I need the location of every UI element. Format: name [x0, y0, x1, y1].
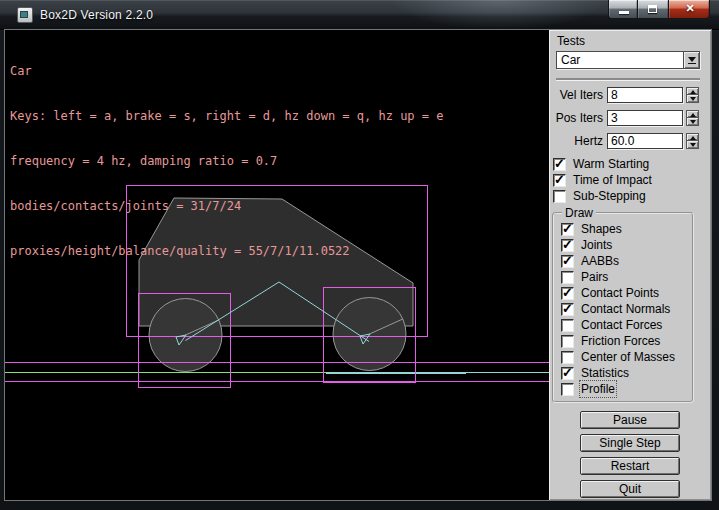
- checkbox-box: ✓: [561, 223, 574, 236]
- triangle-up-icon: [690, 113, 696, 117]
- window-controls: ✕: [608, 0, 710, 19]
- checkbox-box: ✓: [561, 303, 574, 316]
- pos-iters-row: Pos Iters: [551, 110, 711, 126]
- pos-iters-spinner: [686, 110, 699, 126]
- checkbox-label: Statistics: [581, 366, 629, 380]
- checkbox-label: Sub-Stepping: [573, 189, 646, 203]
- draw-group: Draw ✓ Shapes ✓ Joints ✓ AABBs Pairs: [552, 206, 694, 403]
- vel-iters-spinner: [686, 87, 699, 103]
- checkbox-aabbs[interactable]: ✓ AABBs: [561, 253, 692, 269]
- triangle-down-icon: [690, 143, 696, 147]
- checkbox-label: Contact Forces: [581, 318, 662, 332]
- window-icon[interactable]: [17, 7, 33, 23]
- checkbox-label: Contact Points: [581, 286, 659, 300]
- checkbox-label: Friction Forces: [581, 334, 660, 348]
- checkbox-box: [561, 319, 574, 332]
- quit-button[interactable]: Quit: [580, 480, 680, 498]
- single-step-button[interactable]: Single Step: [580, 434, 680, 452]
- triangle-down-icon: [690, 97, 696, 101]
- maximize-button[interactable]: [638, 0, 668, 19]
- hertz-label: Hertz: [551, 134, 603, 148]
- chevron-down-icon: [688, 57, 696, 62]
- checkbox-label: Time of Impact: [573, 173, 652, 187]
- vel-iters-label: Vel Iters: [551, 88, 603, 102]
- window-icon-art: [20, 11, 28, 18]
- button-column: Pause Single Step Restart Quit: [549, 411, 711, 500]
- triangle-up-icon: [690, 90, 696, 94]
- checkmark-icon: ✓: [554, 156, 565, 171]
- vel-iters-spin-up-button[interactable]: [686, 87, 699, 95]
- tests-dropdown-value: Car: [561, 53, 580, 68]
- checkbox-label: Shapes: [581, 222, 622, 236]
- checkbox-box: ✓: [553, 158, 566, 171]
- pos-iters-spin-down-button[interactable]: [686, 118, 699, 126]
- maximize-icon: [648, 5, 657, 13]
- checkbox-label: Contact Normals: [581, 302, 670, 316]
- checkbox-label: Center of Masses: [581, 350, 675, 364]
- triangle-up-icon: [690, 136, 696, 140]
- close-icon: ✕: [669, 2, 711, 15]
- chevron-underline-icon: [688, 63, 696, 64]
- checkmark-icon: ✓: [562, 285, 573, 300]
- checkbox-shapes[interactable]: ✓ Shapes: [561, 221, 692, 237]
- checkbox-joints[interactable]: ✓ Joints: [561, 237, 692, 253]
- checkbox-label: Pairs: [581, 270, 608, 284]
- hertz-spin-up-button[interactable]: [686, 133, 699, 141]
- checkbox-box: [553, 190, 566, 203]
- minimize-button[interactable]: [608, 0, 638, 19]
- pos-iters-input[interactable]: [607, 110, 683, 126]
- pos-iters-spin-up-button[interactable]: [686, 110, 699, 118]
- checkbox-statistics[interactable]: ✓ Statistics: [561, 365, 692, 381]
- checkbox-box: ✓: [553, 174, 566, 187]
- draw-group-label: Draw: [562, 206, 596, 220]
- checkbox-label: Warm Starting: [573, 157, 649, 171]
- checkmark-icon: ✓: [562, 253, 573, 268]
- checkbox-time-of-impact[interactable]: ✓ Time of Impact: [553, 172, 711, 188]
- checkmark-icon: ✓: [562, 301, 573, 316]
- checkmark-icon: ✓: [562, 237, 573, 252]
- checkmark-icon: ✓: [554, 172, 565, 187]
- checkbox-pairs[interactable]: Pairs: [561, 269, 692, 285]
- close-button[interactable]: ✕: [668, 0, 710, 19]
- checkbox-friction-forces[interactable]: Friction Forces: [561, 333, 692, 349]
- hertz-input[interactable]: [607, 133, 683, 149]
- titlebar[interactable]: Box2D Version 2.2.0 ✕: [0, 0, 719, 30]
- minimize-icon: [619, 11, 629, 14]
- stats-line-proxies: proxies/height/balance/quality = 55/7/1/…: [10, 244, 443, 259]
- checkbox-box: [561, 351, 574, 364]
- separator-line: [556, 78, 700, 80]
- checkbox-contact-normals[interactable]: ✓ Contact Normals: [561, 301, 692, 317]
- checkbox-box: [561, 271, 574, 284]
- control-panel: Tests Car Vel Iters Pos Iters: [549, 30, 711, 500]
- vel-iters-row: Vel Iters: [551, 87, 711, 103]
- checkbox-box: ✓: [561, 255, 574, 268]
- window-title: Box2D Version 2.2.0: [40, 8, 153, 22]
- stats-line-title: Car: [10, 64, 443, 79]
- checkbox-box: ✓: [561, 239, 574, 252]
- triangle-down-icon: [690, 120, 696, 124]
- client-area: Car Keys: left = a, brake = s, right = d…: [5, 30, 711, 500]
- checkbox-box: ✓: [561, 367, 574, 380]
- checkbox-box: ✓: [561, 287, 574, 300]
- checkbox-center-of-masses[interactable]: Center of Masses: [561, 349, 692, 365]
- hertz-row: Hertz: [551, 133, 711, 149]
- restart-button[interactable]: Restart: [580, 457, 680, 475]
- vel-iters-input[interactable]: [607, 87, 683, 103]
- pause-button[interactable]: Pause: [580, 411, 680, 429]
- checkbox-warm-starting[interactable]: ✓ Warm Starting: [553, 156, 711, 172]
- pos-iters-label: Pos Iters: [551, 111, 603, 125]
- checkmark-icon: ✓: [562, 221, 573, 236]
- checkbox-label: Profile: [581, 382, 615, 396]
- checkbox-profile[interactable]: Profile: [561, 381, 692, 397]
- tests-dropdown[interactable]: Car: [556, 51, 700, 69]
- dropdown-arrow-button[interactable]: [683, 52, 699, 68]
- tests-label: Tests: [557, 34, 711, 48]
- checkbox-label: Joints: [581, 238, 612, 252]
- simulation-canvas[interactable]: Car Keys: left = a, brake = s, right = d…: [5, 30, 549, 500]
- vel-iters-spin-down-button[interactable]: [686, 95, 699, 103]
- checkmark-icon: ✓: [562, 365, 573, 380]
- checkbox-contact-forces[interactable]: Contact Forces: [561, 317, 692, 333]
- checkbox-sub-stepping[interactable]: Sub-Stepping: [553, 188, 711, 204]
- checkbox-contact-points[interactable]: ✓ Contact Points: [561, 285, 692, 301]
- hertz-spin-down-button[interactable]: [686, 141, 699, 149]
